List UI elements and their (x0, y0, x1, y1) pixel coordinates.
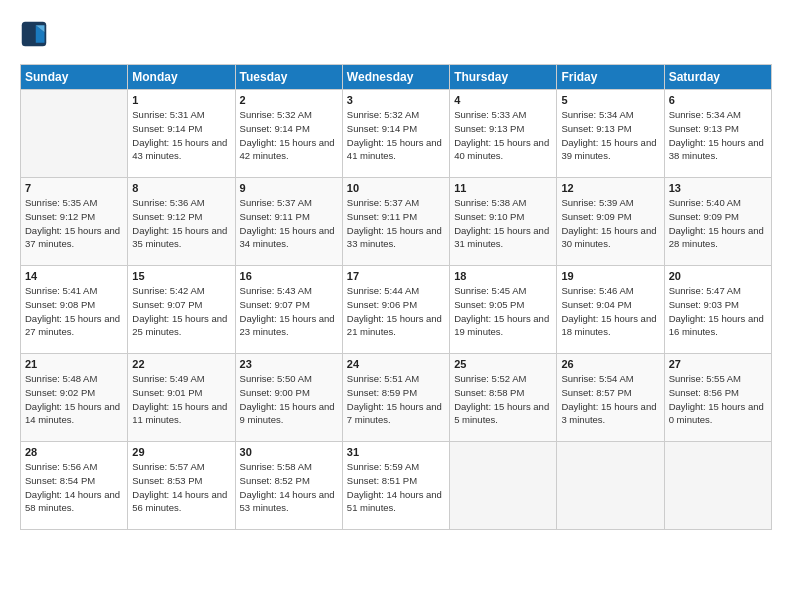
day-info: Sunrise: 5:38 AMSunset: 9:10 PMDaylight:… (454, 196, 552, 251)
day-cell: 3Sunrise: 5:32 AMSunset: 9:14 PMDaylight… (342, 90, 449, 178)
day-cell: 11Sunrise: 5:38 AMSunset: 9:10 PMDayligh… (450, 178, 557, 266)
col-header-tuesday: Tuesday (235, 65, 342, 90)
day-number: 23 (240, 358, 338, 370)
day-number: 25 (454, 358, 552, 370)
day-number: 4 (454, 94, 552, 106)
col-header-wednesday: Wednesday (342, 65, 449, 90)
header-row: SundayMondayTuesdayWednesdayThursdayFrid… (21, 65, 772, 90)
day-number: 16 (240, 270, 338, 282)
day-cell (664, 442, 771, 530)
day-info: Sunrise: 5:56 AMSunset: 8:54 PMDaylight:… (25, 460, 123, 515)
day-info: Sunrise: 5:59 AMSunset: 8:51 PMDaylight:… (347, 460, 445, 515)
day-number: 8 (132, 182, 230, 194)
day-number: 9 (240, 182, 338, 194)
day-info: Sunrise: 5:31 AMSunset: 9:14 PMDaylight:… (132, 108, 230, 163)
day-cell: 13Sunrise: 5:40 AMSunset: 9:09 PMDayligh… (664, 178, 771, 266)
day-cell: 30Sunrise: 5:58 AMSunset: 8:52 PMDayligh… (235, 442, 342, 530)
day-info: Sunrise: 5:40 AMSunset: 9:09 PMDaylight:… (669, 196, 767, 251)
day-cell: 23Sunrise: 5:50 AMSunset: 9:00 PMDayligh… (235, 354, 342, 442)
day-cell: 20Sunrise: 5:47 AMSunset: 9:03 PMDayligh… (664, 266, 771, 354)
week-row-4: 21Sunrise: 5:48 AMSunset: 9:02 PMDayligh… (21, 354, 772, 442)
day-cell: 14Sunrise: 5:41 AMSunset: 9:08 PMDayligh… (21, 266, 128, 354)
day-number: 27 (669, 358, 767, 370)
day-cell: 16Sunrise: 5:43 AMSunset: 9:07 PMDayligh… (235, 266, 342, 354)
day-cell: 26Sunrise: 5:54 AMSunset: 8:57 PMDayligh… (557, 354, 664, 442)
day-info: Sunrise: 5:51 AMSunset: 8:59 PMDaylight:… (347, 372, 445, 427)
day-number: 17 (347, 270, 445, 282)
day-number: 19 (561, 270, 659, 282)
day-number: 24 (347, 358, 445, 370)
logo-icon (20, 20, 48, 48)
page-header (20, 20, 772, 48)
day-cell: 6Sunrise: 5:34 AMSunset: 9:13 PMDaylight… (664, 90, 771, 178)
day-cell (450, 442, 557, 530)
day-cell: 29Sunrise: 5:57 AMSunset: 8:53 PMDayligh… (128, 442, 235, 530)
day-cell: 5Sunrise: 5:34 AMSunset: 9:13 PMDaylight… (557, 90, 664, 178)
day-number: 22 (132, 358, 230, 370)
day-cell: 15Sunrise: 5:42 AMSunset: 9:07 PMDayligh… (128, 266, 235, 354)
week-row-5: 28Sunrise: 5:56 AMSunset: 8:54 PMDayligh… (21, 442, 772, 530)
calendar-table: SundayMondayTuesdayWednesdayThursdayFrid… (20, 64, 772, 530)
day-cell: 4Sunrise: 5:33 AMSunset: 9:13 PMDaylight… (450, 90, 557, 178)
day-number: 26 (561, 358, 659, 370)
day-cell: 8Sunrise: 5:36 AMSunset: 9:12 PMDaylight… (128, 178, 235, 266)
day-number: 29 (132, 446, 230, 458)
day-info: Sunrise: 5:34 AMSunset: 9:13 PMDaylight:… (669, 108, 767, 163)
day-info: Sunrise: 5:36 AMSunset: 9:12 PMDaylight:… (132, 196, 230, 251)
day-cell: 2Sunrise: 5:32 AMSunset: 9:14 PMDaylight… (235, 90, 342, 178)
day-info: Sunrise: 5:44 AMSunset: 9:06 PMDaylight:… (347, 284, 445, 339)
day-info: Sunrise: 5:55 AMSunset: 8:56 PMDaylight:… (669, 372, 767, 427)
day-cell: 28Sunrise: 5:56 AMSunset: 8:54 PMDayligh… (21, 442, 128, 530)
day-cell: 10Sunrise: 5:37 AMSunset: 9:11 PMDayligh… (342, 178, 449, 266)
day-cell: 1Sunrise: 5:31 AMSunset: 9:14 PMDaylight… (128, 90, 235, 178)
day-number: 15 (132, 270, 230, 282)
day-cell (21, 90, 128, 178)
day-info: Sunrise: 5:46 AMSunset: 9:04 PMDaylight:… (561, 284, 659, 339)
day-cell: 17Sunrise: 5:44 AMSunset: 9:06 PMDayligh… (342, 266, 449, 354)
day-info: Sunrise: 5:47 AMSunset: 9:03 PMDaylight:… (669, 284, 767, 339)
day-cell: 9Sunrise: 5:37 AMSunset: 9:11 PMDaylight… (235, 178, 342, 266)
day-number: 12 (561, 182, 659, 194)
day-cell: 19Sunrise: 5:46 AMSunset: 9:04 PMDayligh… (557, 266, 664, 354)
day-cell: 18Sunrise: 5:45 AMSunset: 9:05 PMDayligh… (450, 266, 557, 354)
day-number: 30 (240, 446, 338, 458)
day-cell: 27Sunrise: 5:55 AMSunset: 8:56 PMDayligh… (664, 354, 771, 442)
day-info: Sunrise: 5:32 AMSunset: 9:14 PMDaylight:… (347, 108, 445, 163)
col-header-friday: Friday (557, 65, 664, 90)
day-info: Sunrise: 5:57 AMSunset: 8:53 PMDaylight:… (132, 460, 230, 515)
logo (20, 20, 52, 48)
day-info: Sunrise: 5:49 AMSunset: 9:01 PMDaylight:… (132, 372, 230, 427)
day-number: 13 (669, 182, 767, 194)
day-cell (557, 442, 664, 530)
day-info: Sunrise: 5:48 AMSunset: 9:02 PMDaylight:… (25, 372, 123, 427)
day-cell: 22Sunrise: 5:49 AMSunset: 9:01 PMDayligh… (128, 354, 235, 442)
day-info: Sunrise: 5:35 AMSunset: 9:12 PMDaylight:… (25, 196, 123, 251)
day-number: 28 (25, 446, 123, 458)
day-number: 5 (561, 94, 659, 106)
day-info: Sunrise: 5:34 AMSunset: 9:13 PMDaylight:… (561, 108, 659, 163)
day-info: Sunrise: 5:54 AMSunset: 8:57 PMDaylight:… (561, 372, 659, 427)
day-number: 18 (454, 270, 552, 282)
day-number: 6 (669, 94, 767, 106)
day-number: 2 (240, 94, 338, 106)
day-number: 21 (25, 358, 123, 370)
week-row-3: 14Sunrise: 5:41 AMSunset: 9:08 PMDayligh… (21, 266, 772, 354)
day-number: 11 (454, 182, 552, 194)
week-row-2: 7Sunrise: 5:35 AMSunset: 9:12 PMDaylight… (21, 178, 772, 266)
day-cell: 7Sunrise: 5:35 AMSunset: 9:12 PMDaylight… (21, 178, 128, 266)
day-info: Sunrise: 5:39 AMSunset: 9:09 PMDaylight:… (561, 196, 659, 251)
day-info: Sunrise: 5:43 AMSunset: 9:07 PMDaylight:… (240, 284, 338, 339)
day-cell: 31Sunrise: 5:59 AMSunset: 8:51 PMDayligh… (342, 442, 449, 530)
day-info: Sunrise: 5:52 AMSunset: 8:58 PMDaylight:… (454, 372, 552, 427)
day-info: Sunrise: 5:50 AMSunset: 9:00 PMDaylight:… (240, 372, 338, 427)
day-info: Sunrise: 5:41 AMSunset: 9:08 PMDaylight:… (25, 284, 123, 339)
day-number: 10 (347, 182, 445, 194)
col-header-saturday: Saturday (664, 65, 771, 90)
day-number: 1 (132, 94, 230, 106)
day-cell: 21Sunrise: 5:48 AMSunset: 9:02 PMDayligh… (21, 354, 128, 442)
col-header-monday: Monday (128, 65, 235, 90)
day-number: 7 (25, 182, 123, 194)
day-info: Sunrise: 5:33 AMSunset: 9:13 PMDaylight:… (454, 108, 552, 163)
col-header-sunday: Sunday (21, 65, 128, 90)
day-info: Sunrise: 5:45 AMSunset: 9:05 PMDaylight:… (454, 284, 552, 339)
